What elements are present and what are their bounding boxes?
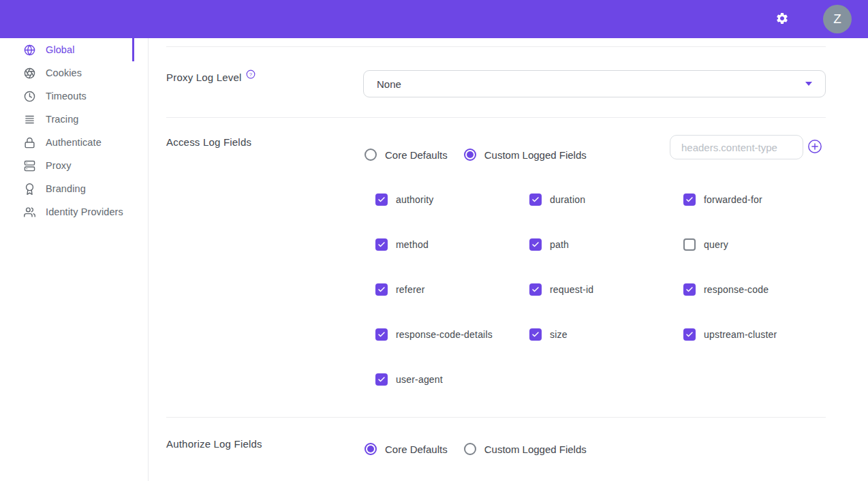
checkbox-checked-icon[interactable] [375,373,388,386]
checkbox-checked-icon[interactable] [375,193,388,206]
sidebar-item-label: Global [46,44,75,55]
checkbox-label: upstream-cluster [704,329,777,340]
checkbox-label: forwarded-for [704,194,762,205]
clock-icon [23,90,35,102]
checkbox-checked-icon[interactable] [529,238,542,251]
field-upstream-cluster: upstream-cluster [683,328,837,341]
field-path: path [529,238,683,251]
field-user-agent: user-agent [375,373,529,386]
radio-label: Core Defaults [385,149,448,161]
divider [166,46,826,47]
field-size: size [529,328,683,341]
sidebar-item-identity-providers[interactable]: Identity Providers [0,200,148,223]
checkbox-label: referer [396,284,425,295]
field-query: query [683,238,837,251]
sidebar-item-label: Cookies [46,67,82,78]
globe-icon [23,44,35,56]
field-response-code: response-code [683,283,837,296]
divider [166,117,826,118]
radio-unchecked-icon [365,149,377,161]
sidebar-item-label: Identity Providers [46,206,123,217]
sidebar-item-global[interactable]: Global [0,38,148,61]
sidebar-item-label: Branding [46,183,86,194]
access-radio-core-defaults[interactable]: Core Defaults [365,149,448,161]
sidebar-nav-list: GlobalCookiesTimeoutsTracingAuthenticate… [0,38,148,223]
lock-icon [23,136,35,149]
checkbox-checked-icon[interactable] [683,193,696,206]
proxy-log-level-label-text: Proxy Log Level [166,72,242,83]
checkbox-label: response-code [704,284,769,295]
authorize-log-fields-radio-group: Core DefaultsCustom Logged Fields [365,443,587,455]
radio-checked-icon [365,443,377,455]
checkbox-label: query [704,239,728,250]
field-forwarded-for: forwarded-for [683,193,837,206]
sidebar-item-label: Proxy [46,160,72,171]
radio-label: Core Defaults [385,444,448,455]
sidebar-item-cookies[interactable]: Cookies [0,61,148,84]
settings-content: Proxy Log Level? None Access Log Fields … [149,38,868,481]
field-request-id: request-id [529,283,683,296]
checkbox-checked-icon[interactable] [375,328,388,341]
field-method: method [375,238,529,251]
sidebar-item-label: Tracing [46,114,79,125]
proxy-log-level-label: Proxy Log Level? [166,69,255,84]
sidebar-item-timeouts[interactable]: Timeouts [0,84,148,108]
authorize-radio-custom-logged-fields[interactable]: Custom Logged Fields [464,443,587,455]
radio-label: Custom Logged Fields [484,444,587,455]
avatar[interactable]: Z [823,5,852,33]
aperture-icon [23,67,35,79]
field-referer: referer [375,283,529,296]
field-duration: duration [529,193,683,206]
sidebar-item-authenticate[interactable]: Authenticate [0,131,148,154]
award-icon [23,183,35,195]
settings-gear-button[interactable] [775,12,790,27]
checkbox-checked-icon[interactable] [529,193,542,206]
sidebar: GlobalCookiesTimeoutsTracingAuthenticate… [0,38,149,481]
radio-unchecked-icon [464,443,476,455]
checkbox-label: duration [550,194,585,205]
checkbox-checked-icon[interactable] [375,283,388,296]
app-bar: Z [0,0,868,38]
proxy-log-level-select[interactable]: None [363,70,826,97]
add-custom-field-input[interactable] [670,135,803,159]
checkbox-checked-icon[interactable] [683,328,696,341]
field-response-code-details: response-code-details [375,328,529,341]
authorize-radio-core-defaults[interactable]: Core Defaults [365,443,448,455]
checkbox-label: request-id [550,284,593,295]
access-log-fields-radio-group: Core DefaultsCustom Logged Fields [365,149,587,161]
add-custom-field-button[interactable] [807,139,822,154]
plus-circle-icon [807,146,822,156]
chevron-down-icon [805,82,812,86]
checkbox-checked-icon[interactable] [683,283,696,296]
divider [166,417,826,418]
access-log-fields-label: Access Log Fields [166,136,251,149]
checkbox-label: method [396,239,429,250]
sidebar-item-tracing[interactable]: Tracing [0,108,148,131]
access-log-fields-grid: authoritydurationforwarded-formethodpath… [375,193,837,386]
avatar-initial: Z [833,12,841,27]
gear-icon [775,12,789,27]
svg-text:?: ? [249,72,251,78]
checkbox-label: size [550,329,568,340]
sidebar-item-proxy[interactable]: Proxy [0,154,148,177]
checkbox-checked-icon[interactable] [529,283,542,296]
access-radio-custom-logged-fields[interactable]: Custom Logged Fields [464,149,587,161]
checkbox-label: user-agent [396,374,443,385]
field-authority: authority [375,193,529,206]
radio-label: Custom Logged Fields [484,149,587,161]
checkbox-label: authority [396,194,434,205]
checkbox-unchecked-icon[interactable] [683,238,696,251]
server-icon [23,159,35,172]
radio-checked-icon [464,149,476,161]
users-icon [23,206,35,218]
question-circle-icon[interactable]: ? [246,69,255,79]
checkbox-checked-icon[interactable] [375,238,388,251]
sidebar-item-branding[interactable]: Branding [0,177,148,200]
proxy-log-level-value: None [377,78,401,90]
checkbox-checked-icon[interactable] [529,328,542,341]
authorize-log-fields-label: Authorize Log Fields [166,438,262,450]
lines-icon [23,113,35,125]
sidebar-item-label: Timeouts [46,91,87,102]
checkbox-label: path [550,239,569,250]
checkbox-label: response-code-details [396,329,493,340]
